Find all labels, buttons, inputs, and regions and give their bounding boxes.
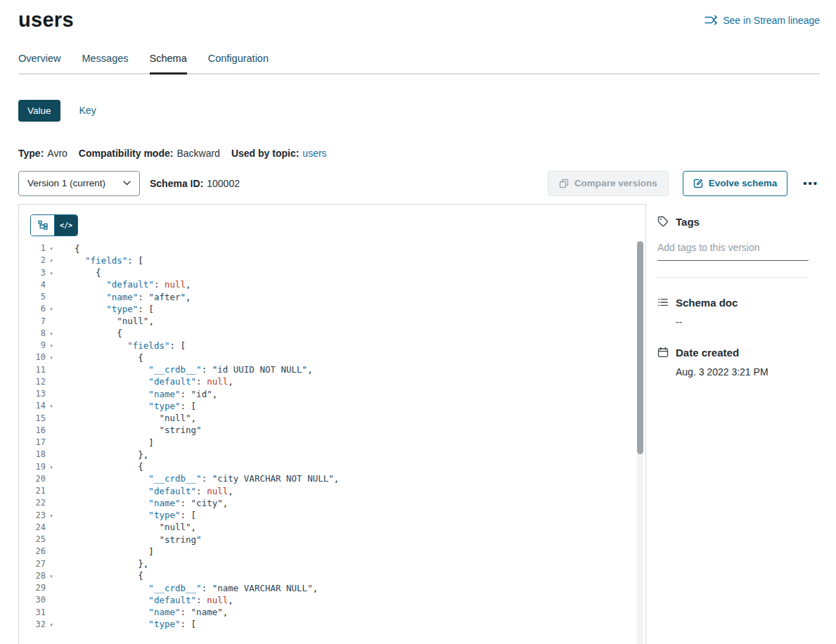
fold-toggle-icon[interactable]: ▾: [46, 512, 57, 519]
tab-schema[interactable]: Schema: [150, 53, 187, 75]
tab-configuration[interactable]: Configuration: [208, 53, 269, 75]
code-text: "__crdb__": "id UUID NOT NULL",: [57, 363, 313, 375]
topic-link[interactable]: users: [302, 148, 326, 159]
schema-id: Schema ID:100002: [150, 178, 240, 189]
chevron-down-icon: [123, 181, 131, 186]
sidebar-divider: [657, 277, 809, 278]
add-tags-input[interactable]: [657, 242, 809, 261]
line-number: 31: [19, 607, 46, 617]
version-select[interactable]: Version 1 (current): [18, 171, 140, 196]
line-number: 5: [19, 292, 46, 302]
line-number: 24: [19, 522, 46, 532]
fold-spacer: [46, 527, 57, 528]
code-line: 18 },: [19, 449, 645, 461]
fold-spacer: [46, 418, 57, 419]
line-number: 30: [19, 595, 46, 605]
compare-versions-button[interactable]: Compare versions: [548, 171, 669, 196]
code-line: 13 "name": "id",: [19, 388, 645, 400]
code-line: 28▾ {: [19, 569, 645, 581]
code-text: ]: [57, 546, 154, 558]
code-line: 5 "name": "after",: [19, 291, 645, 303]
fold-toggle-icon[interactable]: ▾: [46, 621, 57, 628]
fold-spacer: [46, 539, 57, 540]
code-text: ]: [57, 437, 154, 449]
code-text: "type": [: [57, 509, 196, 521]
fold-toggle-icon[interactable]: ▾: [46, 342, 57, 349]
code-line: 29 "__crdb__": "name VARCHAR NULL",: [19, 582, 645, 594]
fold-spacer: [46, 296, 57, 297]
fold-toggle-icon[interactable]: ▾: [46, 305, 57, 312]
line-number: 10: [19, 352, 46, 362]
topbar: users See in Stream lineage: [18, 0, 820, 32]
fold-toggle-icon[interactable]: ▾: [46, 330, 57, 337]
value-key-toggle: Value Key: [18, 100, 820, 122]
code-line: 19▾ {: [19, 461, 645, 472]
fold-spacer: [46, 587, 57, 588]
fold-toggle-icon[interactable]: ▾: [46, 402, 57, 409]
line-number: 23: [19, 510, 46, 520]
code-text: "string": [57, 534, 202, 546]
code-text: "type": [: [57, 400, 196, 412]
code-line: 27 },: [19, 558, 645, 569]
code-editor[interactable]: 1▾{2▾ "fields": [3▾ {4 "default": null,5…: [19, 243, 645, 631]
fold-toggle-icon[interactable]: ▾: [46, 245, 57, 252]
line-number: 1: [19, 243, 46, 253]
tab-messages[interactable]: Messages: [82, 53, 128, 75]
fold-spacer: [46, 550, 57, 552]
fold-spacer: [46, 599, 57, 600]
schema-sidebar: Tags Schema doc --: [646, 204, 820, 644]
code-line: 25 "string": [19, 534, 645, 546]
code-line: 20 "__crdb__": "city VARCHAR NOT NULL",: [19, 472, 645, 484]
schema-doc-value: --: [676, 316, 809, 328]
fold-toggle-icon[interactable]: ▾: [46, 572, 57, 579]
editor-scrollbar-thumb[interactable]: [637, 241, 643, 454]
tab-bar: OverviewMessagesSchemaConfiguration: [18, 53, 820, 75]
compatibility-mode: Compatibility mode:Backward: [79, 148, 220, 159]
stream-lineage-link[interactable]: See in Stream lineage: [705, 15, 820, 26]
code-line: 7 "null",: [19, 315, 645, 327]
line-number: 15: [19, 413, 46, 423]
code-text: "type": [: [57, 303, 154, 315]
line-number: 17: [19, 437, 46, 447]
stream-lineage-icon: [705, 15, 717, 25]
code-line: 1▾{: [19, 243, 645, 255]
code-line: 11 "__crdb__": "id UUID NOT NULL",: [19, 363, 645, 375]
stream-lineage-label: See in Stream lineage: [723, 15, 820, 26]
value-toggle-button[interactable]: Value: [18, 100, 60, 122]
code-line: 15 "null",: [19, 412, 645, 424]
line-number: 3: [19, 268, 46, 278]
line-number: 25: [19, 534, 46, 544]
tree-view-button[interactable]: [31, 215, 54, 236]
fold-toggle-icon[interactable]: ▾: [46, 257, 57, 264]
fold-spacer: [46, 563, 57, 565]
code-line: 4 "default": null,: [19, 278, 645, 290]
code-line: 30 "default": null,: [19, 594, 645, 606]
date-created-value: Aug. 3 2022 3:21 PM: [676, 366, 809, 378]
fold-toggle-icon[interactable]: ▾: [46, 354, 57, 361]
fold-toggle-icon[interactable]: ▾: [46, 463, 57, 470]
line-number: 8: [19, 328, 46, 338]
code-line: 23▾ "type": [: [19, 509, 645, 521]
code-text: "name": "city",: [57, 497, 228, 509]
code-text: {: [57, 243, 80, 255]
line-number: 22: [19, 498, 46, 508]
tab-overview[interactable]: Overview: [18, 53, 60, 75]
code-text: "default": null,: [57, 594, 233, 606]
code-text: {: [57, 352, 143, 363]
code-line: 16 "string": [19, 424, 645, 436]
date-created-icon: [657, 347, 669, 358]
evolve-schema-button[interactable]: Evolve schema: [683, 171, 788, 196]
code-view-button[interactable]: </>: [54, 215, 77, 236]
key-toggle-button[interactable]: Key: [79, 105, 96, 116]
code-line: 6▾ "type": [: [19, 303, 645, 315]
fold-toggle-icon[interactable]: ▾: [46, 269, 57, 276]
fold-spacer: [46, 284, 57, 285]
more-options-button[interactable]: •••: [802, 177, 820, 189]
used-by-topic: Used by topic:users: [231, 148, 327, 159]
code-line: 3▾ {: [19, 266, 645, 278]
code-text: "__crdb__": "name VARCHAR NULL",: [57, 582, 318, 594]
schema-actions: Compare versions Evolve schema •••: [548, 171, 820, 196]
code-text: "default": null,: [57, 485, 233, 497]
line-number: 2: [19, 255, 46, 265]
code-text: {: [57, 569, 143, 581]
